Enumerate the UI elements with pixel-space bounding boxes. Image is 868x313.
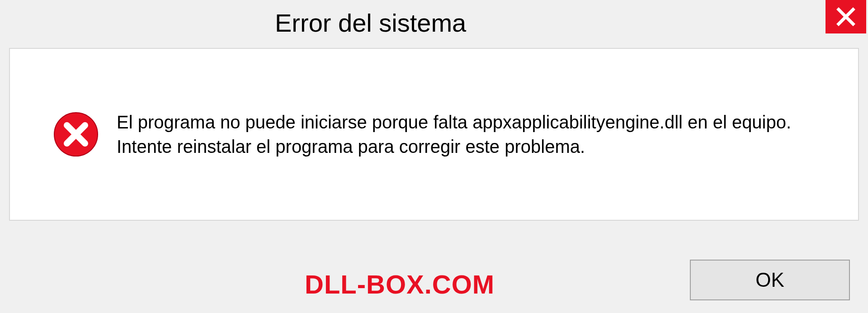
ok-button[interactable]: OK (690, 260, 850, 300)
close-icon (836, 7, 856, 27)
footer: OK (0, 260, 868, 300)
error-message: El programa no puede iniciarse porque fa… (117, 110, 822, 159)
close-button[interactable] (826, 0, 866, 33)
content-panel: El programa no puede iniciarse porque fa… (9, 48, 859, 221)
error-circle-x-icon (53, 112, 99, 157)
title-bar: Error del sistema (0, 0, 868, 41)
dialog-title: Error del sistema (275, 8, 466, 38)
